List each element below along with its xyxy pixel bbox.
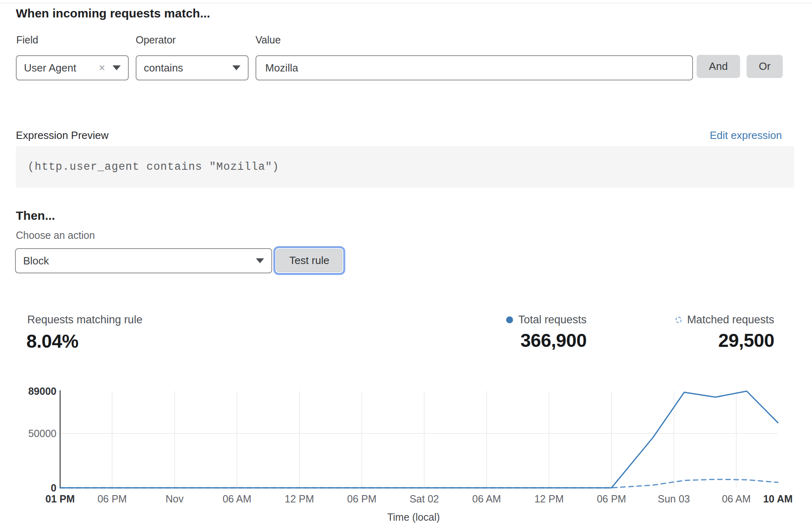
- operator-select-value: contains: [144, 62, 183, 74]
- test-rule-button[interactable]: Test rule: [276, 249, 342, 272]
- svg-text:06 PM: 06 PM: [347, 493, 377, 504]
- stat-matching-value: 8.04%: [26, 330, 143, 352]
- svg-text:06 AM: 06 AM: [722, 493, 751, 504]
- field-label: Field: [16, 34, 38, 46]
- stat-matched-requests: Matched requests 29,500: [676, 314, 774, 351]
- stat-matched-value: 29,500: [718, 329, 774, 351]
- svg-text:89000: 89000: [28, 385, 56, 397]
- chevron-down-icon: [232, 65, 240, 70]
- svg-text:Sun 03: Sun 03: [658, 493, 690, 504]
- expression-preview-label: Expression Preview: [16, 129, 108, 142]
- stat-matched-label: Matched requests: [687, 314, 774, 326]
- action-select[interactable]: Block: [15, 248, 272, 273]
- legend-total-requests: Total requests: [506, 314, 587, 326]
- svg-text:10 AM: 10 AM: [763, 493, 793, 504]
- svg-text:0: 0: [51, 482, 56, 494]
- expression-code: (http.user_agent contains "Mozilla"): [16, 161, 279, 173]
- svg-text:06 AM: 06 AM: [223, 493, 251, 504]
- requests-chart: 0500008900001 PM06 PMNov06 AM12 PM06 PMS…: [0, 382, 812, 526]
- svg-text:Nov: Nov: [165, 493, 184, 504]
- stat-matching-label: Requests matching rule: [27, 314, 143, 326]
- stat-total-requests: Total requests 366,900: [506, 314, 587, 351]
- svg-text:12 PM: 12 PM: [285, 493, 314, 504]
- and-button[interactable]: And: [697, 55, 740, 78]
- field-select[interactable]: User Agent ×: [16, 55, 129, 80]
- top-divider: [0, 3, 812, 3]
- value-label: Value: [256, 34, 281, 46]
- svg-text:06 PM: 06 PM: [97, 493, 127, 504]
- chevron-down-icon: [113, 65, 121, 70]
- svg-text:06 PM: 06 PM: [597, 493, 626, 504]
- field-select-value: User Agent: [24, 62, 76, 74]
- action-select-value: Block: [23, 255, 49, 267]
- stat-total-label: Total requests: [518, 314, 587, 326]
- svg-text:01 PM: 01 PM: [45, 493, 75, 504]
- svg-text:Sat 02: Sat 02: [409, 493, 439, 504]
- legend-matched-requests: Matched requests: [676, 314, 774, 326]
- svg-text:50000: 50000: [28, 428, 56, 439]
- operator-label: Operator: [136, 34, 176, 46]
- requests-chart-canvas: 0500008900001 PM06 PMNov06 AM12 PM06 PMS…: [0, 382, 812, 526]
- dashed-circle-icon: [676, 317, 682, 323]
- firewall-rule-editor: When incoming requests match... Field Op…: [0, 0, 812, 526]
- operator-select[interactable]: contains: [136, 55, 249, 80]
- svg-text:Time (local): Time (local): [387, 511, 440, 523]
- edit-expression-link[interactable]: Edit expression: [710, 129, 782, 142]
- expression-code-block: (http.user_agent contains "Mozilla"): [16, 146, 794, 188]
- value-input[interactable]: [256, 55, 693, 80]
- chevron-down-icon: [256, 258, 264, 263]
- svg-text:12 PM: 12 PM: [534, 493, 563, 504]
- stat-requests-matching: Requests matching rule 8.04%: [26, 314, 143, 352]
- svg-text:06 AM: 06 AM: [472, 493, 501, 504]
- clear-field-icon[interactable]: ×: [97, 63, 107, 74]
- stat-total-value: 366,900: [520, 329, 587, 351]
- choose-action-label: Choose an action: [16, 229, 95, 241]
- then-title: Then...: [16, 209, 55, 223]
- or-button[interactable]: Or: [747, 55, 783, 78]
- page-title: When incoming requests match...: [16, 6, 210, 20]
- solid-dot-icon: [506, 316, 513, 323]
